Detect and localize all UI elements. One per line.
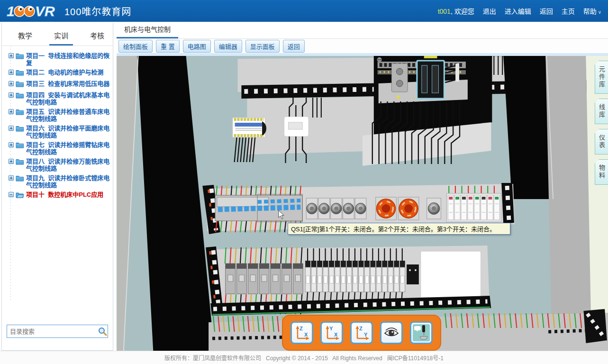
- terminal-relay-15[interactable]: [388, 261, 393, 292]
- tree-item-project-1[interactable]: +项目一 导线连接和绝缘层的恢复: [9, 52, 111, 66]
- terminal-block-device[interactable]: [407, 264, 419, 284]
- emergency-stop-button-2[interactable]: [398, 197, 419, 220]
- tab-machine-electric-control[interactable]: 机床与电气控制: [117, 20, 178, 38]
- expand-icon[interactable]: +: [9, 126, 14, 131]
- push-button-4[interactable]: [343, 198, 354, 219]
- sidebar-tab-实训[interactable]: 实训: [49, 28, 73, 46]
- terminal-relay-16[interactable]: [394, 261, 399, 292]
- tree-item-project-8[interactable]: +项目八 识读并检修万能铣床电气控制线路: [9, 158, 111, 172]
- emergency-stop-button-1[interactable]: [376, 197, 397, 220]
- terminal-relay-6[interactable]: [335, 261, 340, 292]
- control-transformer[interactable]: [233, 118, 266, 137]
- terminal-relay-10[interactable]: [358, 261, 363, 292]
- terminal-relay-2[interactable]: [311, 261, 317, 292]
- terminal-relay-11[interactable]: [364, 261, 370, 292]
- relay-2[interactable]: [454, 195, 460, 220]
- toolbar-button-0[interactable]: 绘制面板: [118, 40, 153, 53]
- terminal-relay-3[interactable]: [317, 261, 322, 292]
- push-button-2[interactable]: [318, 198, 330, 219]
- contactor-1[interactable]: [226, 264, 236, 294]
- terminal-relay-8[interactable]: [347, 261, 352, 292]
- circuit-breaker-group-qs1[interactable]: [215, 194, 302, 222]
- library-tab-线库[interactable]: 线库: [595, 99, 608, 124]
- simulation-canvas[interactable]: [117, 56, 608, 351]
- relay-5[interactable]: [474, 195, 480, 220]
- header-menu: t001, 欢迎您 退出进入编辑返回主页帮助∨: [438, 6, 601, 16]
- relay-3[interactable]: [461, 195, 467, 220]
- expand-icon[interactable]: +: [9, 109, 14, 114]
- search-button[interactable]: [96, 325, 109, 337]
- axis-yx-view-button[interactable]: YX: [320, 321, 343, 344]
- sidebar-tab-考核[interactable]: 考核: [85, 28, 109, 46]
- view-eye-button[interactable]: [380, 321, 403, 344]
- terminal-relay-7[interactable]: [341, 261, 346, 292]
- tree-item-project-6[interactable]: +项目六 识读并检修平面磨床电气控制线路: [9, 125, 111, 139]
- folder-icon: [16, 52, 24, 59]
- toolbar-button-5[interactable]: 返回: [283, 40, 305, 53]
- svg-text:VR: VR: [35, 3, 55, 19]
- contactor-6[interactable]: [282, 264, 292, 294]
- expand-icon[interactable]: +: [9, 70, 14, 75]
- terminal-relay-5[interactable]: [329, 261, 334, 292]
- tree-item-project-3[interactable]: +项目三 检查机床常用低压电器: [9, 80, 111, 89]
- contactor-2[interactable]: [237, 264, 247, 294]
- tree-item-project-2[interactable]: +项目二 电动机的维护与检测: [9, 69, 111, 78]
- sidebar-tab-教学[interactable]: 教学: [13, 28, 37, 46]
- nav-link-4[interactable]: 帮助∨: [583, 6, 601, 16]
- toolbar-button-4[interactable]: 显示面板: [245, 40, 280, 53]
- search-icon: [98, 327, 107, 336]
- terminal-relay-14[interactable]: [382, 261, 387, 292]
- expand-icon[interactable]: +: [9, 92, 14, 98]
- contactor-5[interactable]: [271, 264, 281, 294]
- nav-link-0[interactable]: 退出: [483, 6, 496, 16]
- tree-item-project-5[interactable]: +项目五 识读并检修普通车床电气控制线路: [9, 108, 111, 122]
- relay-1[interactable]: [448, 195, 454, 220]
- search-input[interactable]: [7, 328, 96, 335]
- expand-icon[interactable]: +: [9, 175, 14, 181]
- expand-icon[interactable]: +: [9, 142, 14, 147]
- terminal-relay-9[interactable]: [353, 261, 358, 292]
- push-button-6[interactable]: [427, 198, 441, 219]
- disassemble-tool-button[interactable]: [410, 321, 433, 344]
- relay-7[interactable]: [487, 195, 493, 220]
- collapse-icon[interactable]: −: [9, 192, 14, 197]
- axis-zy-view-button[interactable]: ZY: [350, 321, 373, 344]
- tree-item-project-7[interactable]: +项目七 识读并检修摇臂钻床电气控制线路: [9, 141, 111, 155]
- axis-zx-view-button[interactable]: ZX: [290, 321, 313, 344]
- push-button-5[interactable]: [355, 198, 366, 219]
- terminal-relay-17[interactable]: [400, 261, 405, 292]
- push-button-1[interactable]: [306, 198, 318, 219]
- relay-4[interactable]: [468, 195, 473, 220]
- tree-item-project-10[interactable]: −项目十 数控机床中PLC应用: [9, 191, 111, 200]
- relay-6[interactable]: [481, 195, 487, 220]
- sidebar-tabs: 教学实训考核: [2, 23, 113, 46]
- toolbar-button-1[interactable]: 重 置: [156, 40, 180, 53]
- expand-icon[interactable]: +: [9, 53, 14, 58]
- tree-item-project-4[interactable]: +项目四 安装与调试机床基本电气控制电路: [9, 91, 111, 106]
- terminal-relay-1[interactable]: [305, 261, 310, 292]
- contactor-7[interactable]: [293, 264, 303, 294]
- view-control-toolbar: ZXYXZY: [282, 315, 441, 351]
- contactor-4[interactable]: [259, 264, 269, 294]
- toolbar-button-3[interactable]: 编辑器: [214, 40, 242, 53]
- nav-link-3[interactable]: 主页: [562, 6, 575, 16]
- library-tab-物料[interactable]: 物料: [595, 159, 608, 185]
- push-button-3[interactable]: [331, 198, 342, 219]
- terminal-relay-4[interactable]: [323, 261, 328, 292]
- contactor-3[interactable]: [248, 264, 258, 294]
- switch-status-tooltip: QS1[正常]第1个开关：未闭合。第2个开关：未闭合。第3个开关：未闭合。: [288, 223, 510, 235]
- tree-item-project-9[interactable]: +项目九 识读并检修卧式镗床电气控制线路: [9, 174, 111, 189]
- 100vr-logo-icon[interactable]: 1 VR: [7, 2, 60, 19]
- nav-link-2[interactable]: 返回: [540, 6, 553, 16]
- terminal-relay-12[interactable]: [370, 261, 375, 292]
- relay-8[interactable]: [494, 195, 499, 220]
- library-tab-元件库[interactable]: 元件库: [595, 61, 608, 94]
- library-tab-仪表[interactable]: 仪表: [595, 129, 608, 155]
- nav-link-1[interactable]: 进入编辑: [505, 6, 531, 16]
- expand-icon[interactable]: +: [9, 159, 14, 164]
- tree-item-label: 项目六 识读并检修平面磨床电气控制线路: [26, 125, 111, 139]
- folder-open-icon: [16, 191, 24, 198]
- toolbar-button-2[interactable]: 电路图: [183, 40, 211, 53]
- terminal-relay-13[interactable]: [376, 261, 381, 292]
- expand-icon[interactable]: +: [9, 81, 14, 86]
